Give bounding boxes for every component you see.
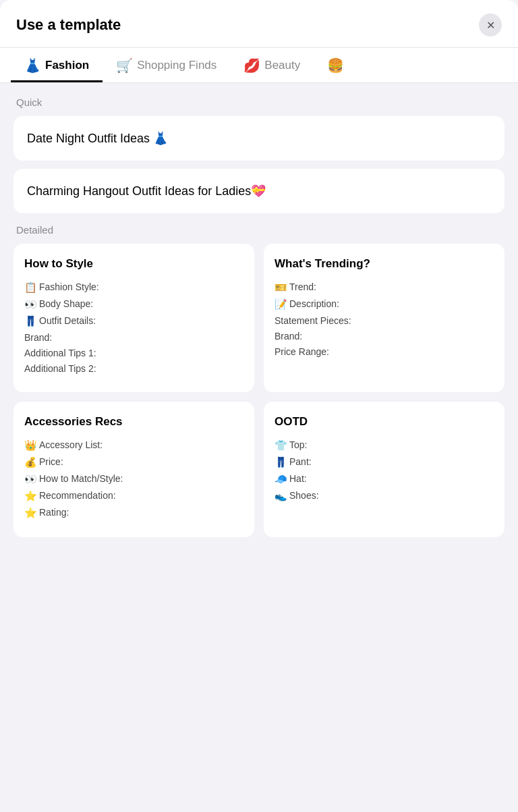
fashion-tab-label: Fashion bbox=[45, 59, 89, 72]
quick-section: Quick Date Night Outfit Ideas 👗 Charming… bbox=[13, 97, 505, 213]
field-how-to-match: 👀 How to Match/Style: bbox=[24, 473, 243, 485]
tab-food[interactable]: 🍔 bbox=[314, 48, 357, 82]
modal-container: Use a template ✕ 👗 Fashion 🛒 Shopping Fi… bbox=[0, 0, 518, 812]
card-how-to-style[interactable]: How to Style 📋 Fashion Style: 👀 Body Sha… bbox=[13, 244, 254, 392]
content-area: Quick Date Night Outfit Ideas 👗 Charming… bbox=[0, 83, 518, 551]
field-shoes: 👟 Shoes: bbox=[275, 490, 494, 502]
field-description: 📝 Description: bbox=[275, 298, 494, 310]
field-accessory-list: 👑 Accessory List: bbox=[24, 439, 243, 452]
field-top: 👕 Top: bbox=[275, 439, 494, 452]
detailed-section-label: Detailed bbox=[13, 224, 505, 236]
field-tips-1: Additional Tips 1: bbox=[24, 348, 243, 358]
quick-card-2[interactable]: Charming Hangout Outfit Ideas for Ladies… bbox=[13, 169, 505, 213]
detailed-section: Detailed How to Style 📋 Fashion Style: 👀… bbox=[13, 224, 505, 537]
detailed-grid: How to Style 📋 Fashion Style: 👀 Body Sha… bbox=[13, 244, 505, 537]
field-price: 💰 Price: bbox=[24, 456, 243, 468]
tab-shopping[interactable]: 🛒 Shopping Finds bbox=[103, 48, 230, 82]
fashion-tab-icon: 👗 bbox=[24, 57, 41, 74]
quick-card-1[interactable]: Date Night Outfit Ideas 👗 bbox=[13, 116, 505, 161]
quick-section-label: Quick bbox=[13, 97, 505, 108]
close-button[interactable]: ✕ bbox=[479, 13, 502, 36]
field-outfit-details: 👖 Outfit Details: bbox=[24, 315, 243, 327]
tabs-bar: 👗 Fashion 🛒 Shopping Finds 💋 Beauty 🍔 bbox=[0, 48, 518, 83]
field-body-shape: 👀 Body Shape: bbox=[24, 298, 243, 310]
quick-card-2-text: Charming Hangout Outfit Ideas for Ladies… bbox=[27, 184, 266, 198]
field-brand-1: Brand: bbox=[24, 332, 243, 343]
card-accessories[interactable]: Accessories Recs 👑 Accessory List: 💰 Pri… bbox=[13, 402, 254, 537]
modal-header: Use a template ✕ bbox=[0, 0, 518, 48]
card-trending[interactable]: What's Trending? 🎫 Trend: 📝 Description:… bbox=[264, 244, 505, 392]
modal-title: Use a template bbox=[16, 16, 121, 34]
field-trend: 🎫 Trend: bbox=[275, 281, 494, 294]
card-accessories-title: Accessories Recs bbox=[24, 415, 243, 429]
shopping-tab-icon: 🛒 bbox=[116, 57, 133, 74]
field-pant: 👖 Pant: bbox=[275, 456, 494, 468]
field-brand-2: Brand: bbox=[275, 331, 494, 342]
field-recommendation: ⭐ Recommendation: bbox=[24, 490, 243, 502]
field-fashion-style: 📋 Fashion Style: bbox=[24, 281, 243, 294]
beauty-tab-label: Beauty bbox=[264, 59, 300, 72]
card-trending-title: What's Trending? bbox=[275, 257, 494, 271]
field-statement-pieces: Statement Pieces: bbox=[275, 315, 494, 326]
quick-card-1-text: Date Night Outfit Ideas 👗 bbox=[27, 132, 168, 145]
food-tab-icon: 🍔 bbox=[327, 57, 344, 74]
shopping-tab-label: Shopping Finds bbox=[137, 59, 217, 72]
tab-beauty[interactable]: 💋 Beauty bbox=[230, 48, 314, 82]
field-hat: 🧢 Hat: bbox=[275, 473, 494, 485]
field-tips-2: Additional Tips 2: bbox=[24, 363, 243, 374]
card-ootd[interactable]: OOTD 👕 Top: 👖 Pant: 🧢 Hat: 👟 bbox=[264, 402, 505, 537]
card-ootd-title: OOTD bbox=[275, 415, 494, 429]
field-price-range: Price Range: bbox=[275, 346, 494, 357]
beauty-tab-icon: 💋 bbox=[243, 57, 260, 74]
tab-fashion[interactable]: 👗 Fashion bbox=[11, 48, 103, 82]
card-how-to-style-title: How to Style bbox=[24, 257, 243, 271]
field-rating: ⭐ Rating: bbox=[24, 507, 243, 519]
